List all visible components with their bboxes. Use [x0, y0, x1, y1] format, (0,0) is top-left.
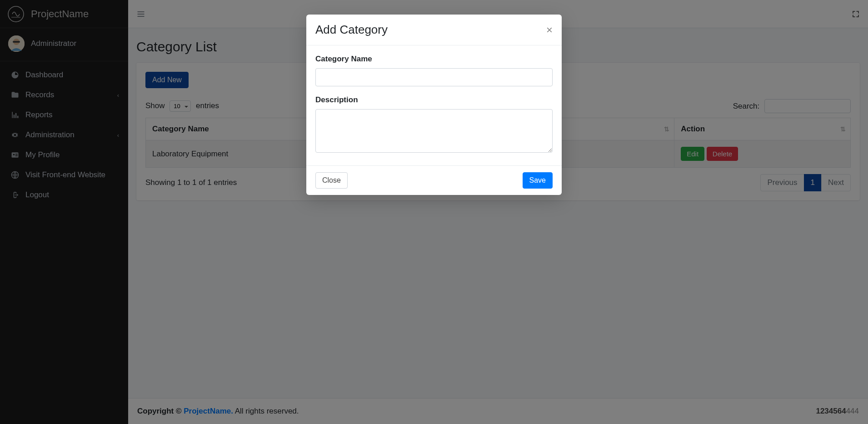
modal-title: Add Category [315, 23, 388, 37]
field-description: Description [315, 95, 553, 155]
modal-header: Add Category × [306, 15, 562, 45]
category-name-label: Category Name [315, 55, 553, 64]
description-input[interactable] [315, 109, 553, 153]
close-button[interactable]: Close [315, 172, 348, 189]
close-icon[interactable]: × [546, 25, 553, 35]
category-name-input[interactable] [315, 68, 553, 86]
save-button[interactable]: Save [523, 172, 553, 189]
modal-body: Category Name Description [306, 45, 562, 165]
modal-footer: Close Save [306, 165, 562, 195]
description-label: Description [315, 95, 553, 105]
add-category-modal: Add Category × Category Name Description… [306, 15, 562, 195]
field-category-name: Category Name [315, 55, 553, 86]
